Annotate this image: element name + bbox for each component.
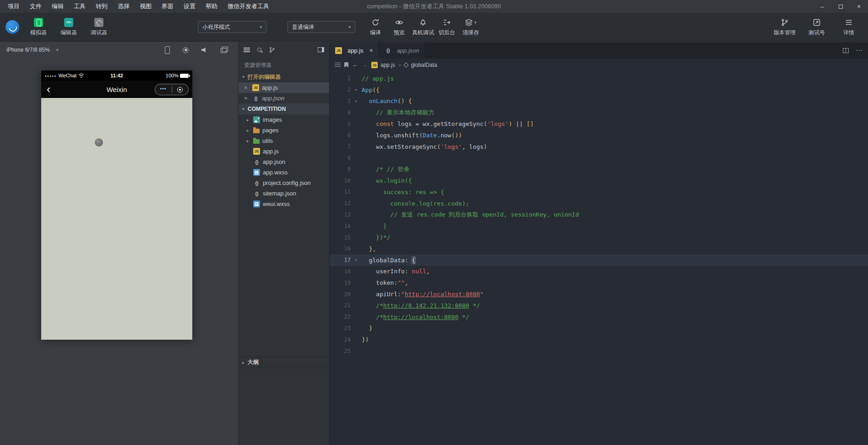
fold-icon[interactable]: ▾ — [351, 87, 362, 92]
git-branch-icon[interactable] — [269, 47, 275, 53]
code-line[interactable]: 4 // 展示本地存储能力 — [330, 107, 868, 118]
code-line[interactable]: 12 console.log(res.code); — [330, 198, 868, 209]
maximize-button[interactable] — [831, 0, 850, 13]
back-button[interactable]: ‹ — [47, 81, 50, 97]
page-content[interactable] — [41, 98, 192, 340]
code-line[interactable]: 2▾App({ — [330, 84, 868, 96]
code-line[interactable]: 1// app.js — [330, 73, 868, 84]
device-select[interactable]: iPhone 6/7/8 85% ▾ — [6, 47, 58, 53]
code-line[interactable]: 17▾ globalData: { — [330, 255, 868, 266]
more-actions-icon[interactable]: ⋯ — [856, 46, 863, 54]
compile-mode-select[interactable]: 普通编译 ▾ — [288, 21, 355, 33]
debugger-button[interactable]: 调试器 — [88, 18, 110, 37]
compile-button[interactable]: 编译 — [364, 18, 386, 37]
search-icon[interactable] — [257, 48, 261, 52]
clear-cache-button[interactable]: ▾ 清缓存 — [460, 18, 482, 37]
remote-debug-button[interactable]: 真机调试 — [412, 18, 434, 37]
tree-item[interactable]: JSapp.js — [239, 146, 329, 157]
code-line[interactable]: 22 /*http://localhost:8080 */ — [330, 311, 868, 323]
open-editors-section[interactable]: ▾ 打开的编辑器 — [239, 71, 329, 82]
code-line[interactable]: 18 userInfo: null, — [330, 266, 868, 277]
tree-item[interactable]: app.wxss — [239, 167, 329, 178]
switch-background-button[interactable]: 切后台 — [436, 18, 458, 37]
tree-item[interactable]: weui.wxss — [239, 199, 329, 209]
code-line[interactable]: 6 logs.unshift(Date.now()) — [330, 130, 868, 141]
user-avatar[interactable] — [5, 20, 19, 34]
breadcrumb-file[interactable]: app.js — [380, 62, 395, 68]
fold-icon[interactable]: ▾ — [351, 99, 362, 103]
close-editor-icon[interactable]: × — [244, 84, 251, 91]
menu-item[interactable]: 转到 — [91, 0, 113, 13]
code-line[interactable]: 16 }, — [330, 243, 868, 255]
code-line[interactable]: 13 // 发送 res.code 到后台换取 openId, sessionK… — [330, 209, 868, 221]
bookmark-icon[interactable] — [344, 62, 348, 68]
simulator-button[interactable]: 模拟器 — [27, 18, 49, 37]
code-line[interactable]: 19 token:"", — [330, 277, 868, 288]
code-line[interactable]: 9 /* // 登录 — [330, 163, 868, 175]
tree-item[interactable]: {}app.json — [239, 157, 329, 167]
menu-item[interactable]: 编辑 — [47, 0, 69, 13]
split-editor-icon[interactable] — [843, 48, 849, 53]
navigate-forward-icon[interactable]: → — [362, 61, 368, 68]
code-line[interactable]: 21 /*http://8.142.21.132:8080 */ — [330, 300, 868, 311]
code-area[interactable]: 1// app.js2▾App({3▾ onLaunch() {4 // 展示本… — [330, 71, 868, 445]
capsule-home-button[interactable] — [172, 87, 189, 92]
mode-select[interactable]: 小程序模式 ▾ — [198, 21, 266, 33]
open-editor-item[interactable]: ×JSapp.js — [239, 82, 329, 93]
code-line[interactable]: 10 wx.login({ — [330, 175, 868, 186]
version-control-button[interactable]: 版本管理 — [774, 18, 796, 37]
menu-item[interactable]: 项目 — [3, 0, 25, 13]
record-icon[interactable] — [183, 47, 189, 53]
menu-item[interactable]: 工具 — [69, 0, 91, 13]
editor-tab[interactable]: JSapp.js× — [330, 42, 379, 59]
minimize-button[interactable]: – — [813, 0, 831, 13]
tree-item[interactable]: {}sitemap.json — [239, 188, 329, 199]
code-line[interactable]: 24}) — [330, 334, 868, 345]
close-editor-icon[interactable]: × — [244, 95, 251, 102]
details-button[interactable]: 详情 — [838, 18, 860, 37]
line-number: 13 — [330, 212, 351, 218]
menu-item[interactable]: 文件 — [25, 0, 47, 13]
outline-section[interactable]: ▸ 大纲 — [239, 357, 329, 368]
toolbar-right: 版本管理 测试号 详情 — [774, 13, 860, 41]
menu-item[interactable]: 选择 — [113, 0, 135, 13]
fold-icon[interactable]: ▾ — [351, 258, 362, 262]
breadcrumb-symbol[interactable]: globalData — [411, 62, 437, 68]
test-account-button[interactable]: 测试号 — [806, 18, 828, 37]
menu-item[interactable]: 帮助 — [201, 0, 222, 13]
editor-tab[interactable]: {}app.json — [379, 42, 425, 59]
multi-window-icon[interactable] — [221, 47, 228, 53]
code-line[interactable]: 5 const logs = wx.getStorageSync('logs')… — [330, 118, 868, 130]
tree-item[interactable]: ▸images — [239, 114, 329, 125]
preview-button[interactable]: 预览 — [388, 18, 410, 37]
close-tab-icon[interactable]: × — [369, 47, 373, 54]
project-section[interactable]: ▾ COMPETITION — [239, 103, 329, 114]
tree-item[interactable]: ▸utils — [239, 136, 329, 146]
phone-simulator[interactable]: ●●●●● WeChat 11:42 100% ‹ Weixin ••• — [41, 71, 192, 340]
menu-item[interactable]: 视图 — [135, 0, 157, 13]
speaker-icon[interactable] — [201, 47, 208, 53]
editor-button[interactable]: </> 编辑器 — [58, 18, 80, 37]
editor-menu-icon[interactable] — [335, 63, 341, 67]
code-line[interactable]: 8 — [330, 152, 868, 164]
code-line[interactable]: 7 wx.setStorageSync('logs', logs) — [330, 141, 868, 152]
navigate-back-icon[interactable]: ← — [352, 61, 358, 68]
tree-item[interactable]: ▸pages — [239, 125, 329, 136]
tree-item[interactable]: {}project.config.json — [239, 178, 329, 188]
code-line[interactable]: 11 success: res => { — [330, 186, 868, 198]
menu-item[interactable]: 界面 — [157, 0, 179, 13]
phone-icon[interactable] — [165, 46, 170, 54]
menu-item[interactable]: 微信开发者工具 — [222, 0, 274, 13]
code-line[interactable]: 15 })*/ — [330, 232, 868, 243]
code-line[interactable]: 14 } — [330, 220, 868, 232]
close-window-button[interactable]: × — [850, 0, 868, 13]
list-icon[interactable] — [244, 48, 250, 52]
capsule-menu-button[interactable]: ••• — [155, 87, 172, 92]
code-line[interactable]: 20 apiUrl:"http://localhost:8080" — [330, 288, 868, 300]
open-editor-item[interactable]: ×{}app.json — [239, 93, 329, 103]
code-line[interactable]: 25 — [330, 345, 868, 357]
menu-item[interactable]: 设置 — [179, 0, 201, 13]
code-line[interactable]: 3▾ onLaunch() { — [330, 96, 868, 107]
code-line[interactable]: 23 } — [330, 323, 868, 334]
toggle-panel-icon[interactable] — [318, 47, 324, 52]
